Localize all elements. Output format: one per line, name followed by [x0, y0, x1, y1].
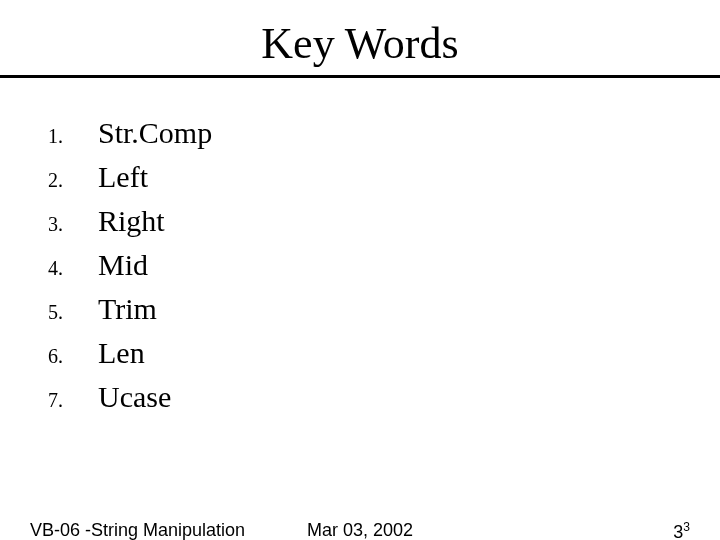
- list-item: 3. Right: [48, 204, 720, 238]
- list-item: 7. Ucase: [48, 380, 720, 414]
- footer-date: Mar 03, 2002: [307, 520, 413, 540]
- slide-title: Key Words: [261, 18, 458, 69]
- list-term: Ucase: [98, 380, 171, 414]
- list-term: Trim: [98, 292, 157, 326]
- list-item: 4. Mid: [48, 248, 720, 282]
- list-item: 5. Trim: [48, 292, 720, 326]
- list-number: 7.: [48, 389, 98, 412]
- list-term: Len: [98, 336, 145, 370]
- list-term: Mid: [98, 248, 148, 282]
- list-item: 2. Left: [48, 160, 720, 194]
- slide: Key Words 1. Str.Comp 2. Left 3. Right 4…: [0, 0, 720, 540]
- list-term: Right: [98, 204, 165, 238]
- list-term: Str.Comp: [98, 116, 212, 150]
- footer-page: 33: [673, 520, 690, 540]
- list-term: Left: [98, 160, 148, 194]
- list-number: 2.: [48, 169, 98, 192]
- title-area: Key Words: [0, 0, 720, 69]
- list-body: 1. Str.Comp 2. Left 3. Right 4. Mid 5. T…: [0, 78, 720, 414]
- list-number: 4.: [48, 257, 98, 280]
- list-number: 1.: [48, 125, 98, 148]
- list-number: 3.: [48, 213, 98, 236]
- list-item: 1. Str.Comp: [48, 116, 720, 150]
- list-number: 6.: [48, 345, 98, 368]
- list-number: 5.: [48, 301, 98, 324]
- list-item: 6. Len: [48, 336, 720, 370]
- footer-left: VB-06 -String Manipulation: [30, 520, 245, 540]
- footer-page-main: 3: [673, 522, 683, 540]
- footer-page-sup: 3: [683, 520, 690, 534]
